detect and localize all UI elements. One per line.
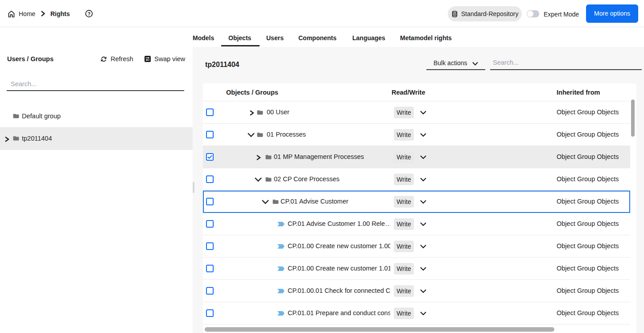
svg-text:?: ? xyxy=(87,11,91,17)
